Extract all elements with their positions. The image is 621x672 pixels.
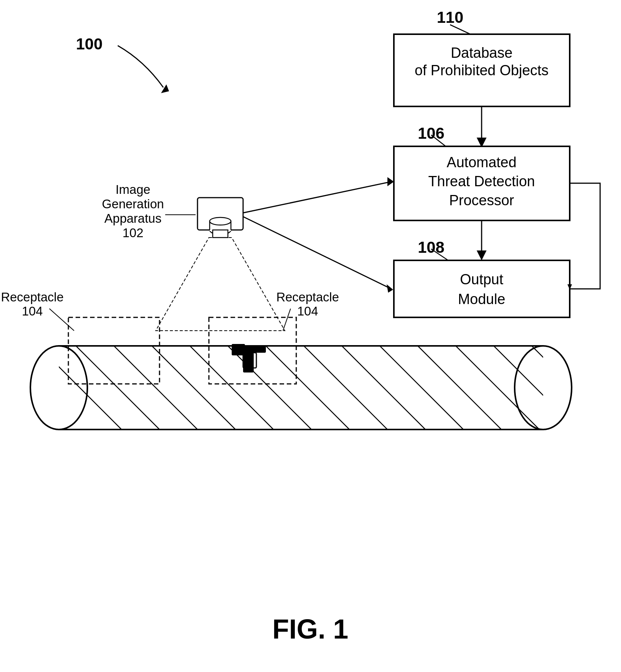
svg-rect-39 bbox=[243, 353, 254, 372]
database-text-line2: of Prohibited Objects bbox=[415, 62, 549, 78]
output-text-line1: Output bbox=[460, 271, 504, 287]
camera-label-line3: Apparatus bbox=[104, 211, 161, 225]
camera-lens-top bbox=[210, 217, 231, 225]
camera-label-number: 102 bbox=[122, 226, 143, 240]
camera-label-line1: Image bbox=[115, 182, 150, 197]
processor-text-line2: Threat Detection bbox=[428, 173, 535, 189]
database-number-label: 110 bbox=[437, 8, 463, 26]
output-number-label: 108 bbox=[418, 238, 444, 256]
processor-number-label: 106 bbox=[418, 124, 444, 142]
figure-title: FIG. 1 bbox=[272, 614, 348, 644]
output-box bbox=[394, 260, 570, 317]
system-number-label: 100 bbox=[76, 35, 103, 53]
receptacle-right-number: 104 bbox=[297, 304, 318, 318]
output-text-line2: Module bbox=[458, 291, 506, 307]
svg-rect-40 bbox=[232, 344, 245, 355]
left-roller bbox=[30, 346, 87, 430]
svg-rect-13 bbox=[213, 230, 228, 238]
diagram-container: 100 110 Database of Prohibited Objects 1… bbox=[0, 0, 621, 672]
right-roller bbox=[515, 346, 572, 430]
receptacle-left-label: Receptacle bbox=[1, 290, 63, 304]
camera-label-line2: Generation bbox=[102, 197, 164, 211]
processor-text-line1: Automated bbox=[447, 154, 517, 170]
receptacle-left-number: 104 bbox=[22, 304, 43, 318]
receptacle-right-label: Receptacle bbox=[276, 290, 339, 304]
database-text-line1: Database bbox=[451, 45, 513, 61]
processor-text-line3: Processor bbox=[449, 192, 514, 208]
